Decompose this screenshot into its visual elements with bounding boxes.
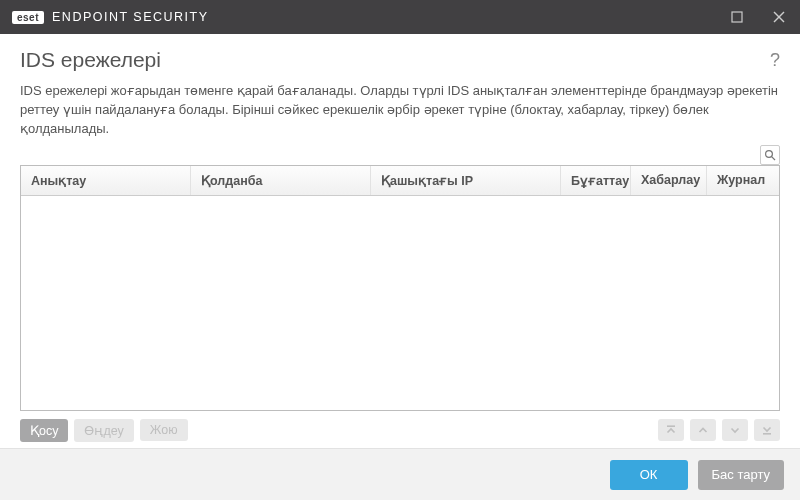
page-description: IDS ережелері жоғарыдан төменге қарай ба… (20, 82, 780, 139)
move-up-button (690, 419, 716, 441)
svg-point-3 (766, 150, 773, 157)
titlebar: eset ENDPOINT SECURITY (0, 0, 800, 34)
svg-rect-0 (732, 12, 742, 22)
rules-table: Анықтау Қолданба Қашықтағы IP Бұғаттау Х… (20, 165, 780, 411)
page-title: IDS ережелері (20, 48, 161, 72)
chevron-down-icon (729, 424, 741, 436)
svg-line-4 (772, 156, 775, 159)
footer: ОК Бас тарту (0, 448, 800, 500)
add-button[interactable]: Қосу (20, 419, 68, 442)
ok-button[interactable]: ОК (610, 460, 688, 490)
table-body[interactable] (21, 196, 779, 410)
col-header-ip[interactable]: Қашықтағы IP (371, 166, 561, 195)
col-header-detect[interactable]: Анықтау (21, 166, 191, 195)
chevron-up-icon (697, 424, 709, 436)
col-header-log[interactable]: Журнал (707, 166, 779, 195)
actions-row: Қосу Өңдеу Жою (20, 419, 780, 442)
edit-button: Өңдеу (74, 419, 133, 442)
window-minimize-button[interactable] (716, 0, 758, 34)
col-header-notify[interactable]: Хабарлау (631, 166, 707, 195)
brand-badge: eset (12, 11, 44, 24)
col-header-block[interactable]: Бұғаттау (561, 166, 631, 195)
brand-name: ENDPOINT SECURITY (52, 10, 209, 24)
move-bottom-button (754, 419, 780, 441)
content-area: IDS ережелері ? IDS ережелері жоғарыдан … (0, 34, 800, 442)
table-header: Анықтау Қолданба Қашықтағы IP Бұғаттау Х… (21, 166, 779, 196)
search-button[interactable] (760, 145, 780, 165)
window-close-button[interactable] (758, 0, 800, 34)
chevron-bottom-icon (761, 424, 773, 436)
chevron-top-icon (665, 424, 677, 436)
move-top-button (658, 419, 684, 441)
move-down-button (722, 419, 748, 441)
help-icon[interactable]: ? (770, 50, 780, 71)
cancel-button[interactable]: Бас тарту (698, 460, 784, 490)
delete-button: Жою (140, 419, 188, 441)
col-header-app[interactable]: Қолданба (191, 166, 371, 195)
search-icon (764, 149, 776, 161)
